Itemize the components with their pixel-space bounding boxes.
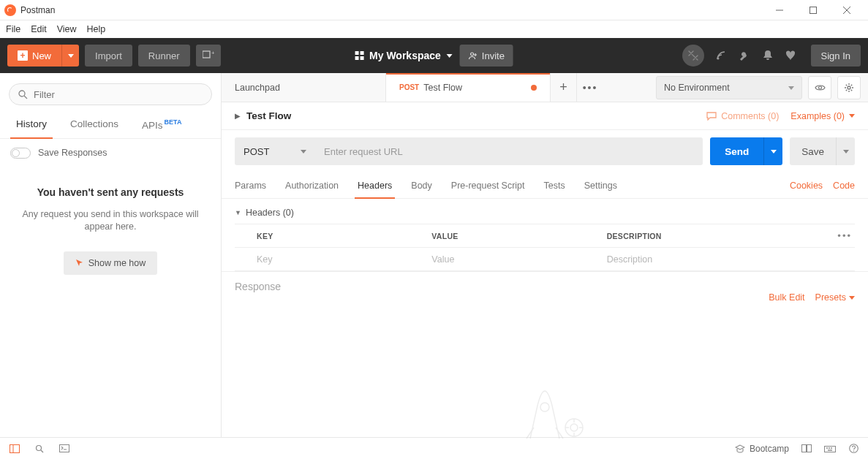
send-button-dropdown[interactable] [763, 137, 782, 165]
invite-icon [469, 51, 478, 60]
save-button[interactable]: Save [790, 137, 836, 165]
svg-rect-28 [825, 447, 836, 452]
comment-icon [706, 112, 717, 121]
bell-icon[interactable] [761, 49, 774, 62]
cursor-click-icon [75, 259, 84, 268]
request-subtabs: Params Authorization Headers Body Pre-re… [222, 172, 868, 199]
subtab-params[interactable]: Params [235, 181, 266, 198]
save-responses-toggle[interactable] [10, 148, 31, 159]
send-button[interactable]: Send [710, 137, 763, 165]
window-maximize-button[interactable] [796, 0, 830, 20]
two-pane-icon[interactable] [801, 443, 812, 455]
menu-view[interactable]: View [57, 24, 77, 34]
tab-request-name: Test Flow [423, 83, 462, 93]
sidebar-tab-history[interactable]: History [4, 111, 59, 138]
window-titlebar: Postman [0, 0, 868, 20]
headers-table: KEY VALUE DESCRIPTION ••• Key Value Desc… [235, 224, 855, 271]
table-row[interactable]: Key Value Description [235, 248, 855, 271]
subtab-authorization[interactable]: Authorization [285, 181, 339, 198]
new-button-label: New [32, 50, 51, 61]
rocket-illustration-icon [494, 376, 596, 444]
satellite-icon[interactable] [714, 49, 728, 62]
subtab-tests[interactable]: Tests [544, 181, 565, 198]
table-options-button[interactable]: ••• [837, 230, 852, 241]
find-icon[interactable] [34, 443, 45, 455]
svg-point-9 [717, 58, 719, 60]
save-responses-label: Save Responses [38, 148, 107, 158]
svg-point-34 [853, 450, 853, 451]
svg-line-24 [41, 450, 43, 452]
subtab-settings[interactable]: Settings [584, 181, 617, 198]
sidebar-tab-apis[interactable]: APIsBETA [130, 111, 193, 138]
subtab-body[interactable]: Body [411, 181, 432, 198]
col-description: DESCRIPTION [607, 232, 782, 240]
empty-title: You haven't sent any requests [13, 186, 208, 198]
collapse-triangle-icon[interactable]: ▶ [235, 112, 241, 120]
http-method-selector[interactable]: POST [235, 137, 315, 165]
svg-point-12 [818, 86, 821, 89]
code-link[interactable]: Code [833, 181, 855, 191]
workspace-label: My Workspace [369, 50, 441, 61]
svg-point-14 [540, 403, 549, 411]
cell-key[interactable]: Key [257, 254, 431, 265]
new-button[interactable]: +New [7, 45, 79, 67]
heart-icon[interactable] [785, 49, 798, 62]
graduation-cap-icon [735, 444, 745, 453]
content-area: Launchpad POST Test Flow + ••• No Enviro… [222, 73, 868, 437]
cell-description[interactable]: Description [607, 254, 782, 265]
filter-input[interactable] [34, 89, 203, 100]
open-new-button[interactable]: + [196, 45, 221, 67]
cookies-link[interactable]: Cookies [790, 181, 823, 191]
wrench-icon[interactable] [738, 49, 751, 62]
runner-button[interactable]: Runner [138, 45, 190, 67]
sync-icon[interactable] [682, 45, 704, 67]
bootcamp-button[interactable]: Bootcamp [735, 444, 789, 454]
tab-method-badge: POST [399, 83, 419, 91]
search-icon [18, 90, 28, 99]
save-button-dropdown[interactable] [836, 137, 855, 165]
beta-badge: BETA [165, 118, 182, 126]
layout-icon[interactable] [9, 443, 20, 455]
keyboard-icon[interactable] [824, 443, 836, 455]
workspace-selector[interactable]: My Workspace [355, 50, 453, 61]
console-icon[interactable] [59, 443, 70, 455]
svg-rect-4 [203, 51, 210, 58]
subtab-prerequest[interactable]: Pre-request Script [451, 181, 525, 198]
sidebar-tab-collections[interactable]: Collections [59, 111, 130, 138]
svg-rect-27 [807, 445, 812, 452]
import-button[interactable]: Import [85, 45, 132, 67]
headers-section-toggle[interactable]: ▼Headers (0) [235, 205, 855, 224]
svg-rect-26 [802, 445, 807, 452]
workspace-grid-icon [355, 51, 363, 60]
tab-active-request[interactable]: POST Test Flow [386, 73, 551, 102]
menu-file[interactable]: File [6, 24, 20, 34]
svg-point-6 [471, 53, 474, 56]
settings-gear-button[interactable] [837, 76, 861, 99]
comments-button[interactable]: Comments (0) [706, 111, 779, 121]
subtab-headers[interactable]: Headers [358, 181, 392, 198]
show-me-how-button[interactable]: Show me how [64, 251, 158, 275]
environment-quicklook-button[interactable] [808, 76, 831, 99]
help-icon[interactable] [848, 443, 859, 455]
svg-point-23 [37, 445, 42, 450]
cell-value[interactable]: Value [431, 254, 606, 265]
main-toolbar: +New Import Runner + My Workspace Invite… [0, 38, 868, 73]
new-tab-button[interactable]: + [551, 73, 577, 102]
menu-help[interactable]: Help [87, 24, 106, 34]
new-button-dropdown[interactable] [61, 45, 79, 67]
environment-selector[interactable]: No Environment [656, 76, 802, 99]
window-minimize-button[interactable] [763, 0, 796, 20]
filter-input-wrap[interactable] [9, 83, 212, 105]
col-key: KEY [257, 232, 431, 240]
svg-point-13 [848, 86, 850, 89]
tab-options-button[interactable]: ••• [577, 73, 603, 102]
invite-button[interactable]: Invite [460, 45, 513, 67]
signin-button[interactable]: Sign In [811, 45, 861, 67]
menu-edit[interactable]: Edit [31, 24, 47, 34]
examples-button[interactable]: Examples (0) [790, 111, 855, 121]
statusbar: Bootcamp [0, 437, 868, 459]
tab-launchpad[interactable]: Launchpad [222, 73, 386, 102]
request-url-input[interactable] [315, 137, 703, 165]
window-close-button[interactable] [830, 0, 864, 20]
svg-rect-25 [60, 445, 69, 452]
